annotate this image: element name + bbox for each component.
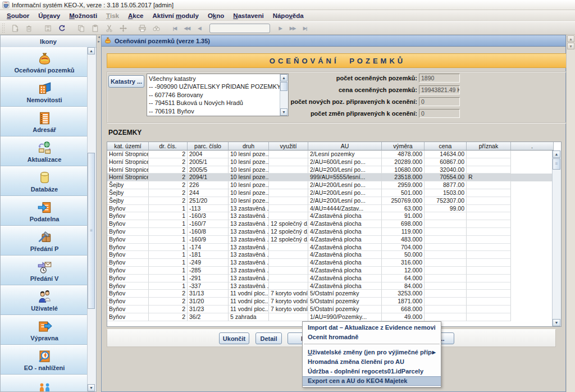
ukoncit-button[interactable]: Ukončit — [219, 332, 249, 344]
context-menu-item-u-ivatelsk-zm-ny-jen-pro-v-jime-n-p-pady[interactable]: Uživatelské změny (jen pro výjimečné pří… — [303, 348, 441, 357]
context-menu-item-ocenit-hromadn[interactable]: Ocenit hromadně — [303, 332, 441, 342]
table-cell: 250769.000 — [382, 197, 425, 205]
sidebar-item-item[interactable] — [1, 375, 88, 391]
detail-button[interactable]: Detail — [255, 332, 282, 344]
splitter-expand-icon[interactable]: ▸ — [97, 39, 101, 44]
menu-nastaveni[interactable]: Nastaveni — [229, 11, 268, 20]
desktop-scrollbar[interactable]: ▲ ▼ — [566, 35, 575, 392]
table-cell: Šejby — [107, 189, 149, 197]
refresh-icon[interactable] — [56, 22, 69, 34]
column-header-druh[interactable]: druh — [229, 142, 269, 151]
scroll-down-icon[interactable]: ▼ — [567, 43, 574, 49]
table-cell: Byňov — [107, 259, 149, 267]
scroll-up-icon[interactable]: ▲ — [553, 151, 560, 158]
table-row[interactable]: Horní Stropnice22005/110 lesní poze...2/… — [107, 158, 561, 166]
table-row[interactable]: Šejby222610 lesní poze...2/AU=200/Lesní … — [107, 181, 561, 189]
nav-first-icon[interactable]: |◀ — [169, 22, 180, 34]
column-header-cena[interactable]: cena — [425, 142, 467, 151]
sidebar-item-podatelna[interactable]: Podatelna — [1, 196, 88, 226]
table-scroll-thumb[interactable]: ≡ — [553, 158, 560, 170]
table-row[interactable]: Byňov1-160/713 zastavěná ...12 společný … — [107, 220, 561, 228]
sidebar-scrollbar[interactable]: ▲ ≡ ▼ — [87, 47, 95, 391]
table-row[interactable]: Horní Stropnice22005/510 lesní poze...2/… — [107, 166, 561, 174]
column-header-au[interactable]: AU — [308, 142, 382, 151]
record-number-input[interactable] — [209, 24, 270, 33]
splitter-collapse-icon[interactable]: ◂ — [97, 35, 101, 39]
menu-pravy[interactable]: Úpravy — [34, 11, 65, 20]
nav-last-icon[interactable]: ▶| — [299, 22, 311, 34]
column-header-parc-slo[interactable]: parc. číslo — [188, 142, 229, 151]
table-cell: 13 zastavěná ... — [229, 259, 269, 267]
sidebar-item-oce-ov-n-pozemk[interactable]: Oceňování pozemků — [1, 47, 88, 77]
menu-aktivn-moduly[interactable]: Aktivní moduly — [148, 11, 203, 20]
column-header-item[interactable]: . — [511, 142, 554, 151]
context-menu-item-export-cen-a-au-do-keo4-majetek[interactable]: Export cen a AU do KEO4 Majetek — [303, 376, 441, 386]
sidebar-item-u-ivatel[interactable]: Uživatelé — [1, 285, 88, 315]
table-cell: 2 — [149, 313, 188, 321]
scroll-down-icon[interactable]: ▼ — [553, 319, 560, 326]
table-cell: 84.000 — [382, 282, 425, 290]
column-header-v-m-ra[interactable]: výměra — [382, 142, 425, 151]
table-row[interactable]: Byňov231/2311 vodní ploc...7 koryto vodn… — [107, 306, 561, 313]
toolbar-drag-handle[interactable] — [2, 23, 6, 33]
table-cell — [467, 220, 511, 228]
table-row[interactable]: Byňov1-160/913 zastavěná ...12 společný … — [107, 236, 561, 244]
menu-n-pov-da[interactable]: Nápověda — [268, 11, 308, 20]
table-cell — [269, 244, 308, 252]
table-row[interactable]: Byňov1-160/813 zastavěná ...12 společný … — [107, 228, 561, 236]
nav-fast-prev-icon[interactable]: ◀◀ — [181, 22, 193, 34]
table-cell — [269, 259, 308, 267]
scroll-down-icon[interactable]: ▼ — [88, 384, 95, 391]
menu-soubor[interactable]: Soubor — [2, 11, 34, 20]
sidebar-scroll-thumb[interactable]: ≡ — [88, 153, 95, 309]
frame-titlebar[interactable]: Oceňování pozemků (verze 1.35) — [102, 35, 565, 47]
table-cell: 1 — [149, 205, 188, 213]
column-header-dr-s[interactable]: dr. čís. — [149, 142, 188, 151]
table-scrollbar[interactable]: ▲ ≡ ▼ — [552, 151, 561, 326]
table-cell: 11 vodní ploc... — [229, 290, 269, 298]
scroll-up-icon[interactable]: ▲ — [567, 35, 574, 42]
sidebar-item-p-ed-n-p[interactable]: Předání P — [1, 226, 88, 256]
menu-mo-nosti[interactable]: Možnosti — [65, 11, 102, 20]
sidebar-item-adres[interactable]: Adresář — [1, 107, 88, 136]
submenu-arrow-icon: ▶ — [432, 348, 436, 357]
context-menu-item-import-dat-aktualizace-z-evidence-nemovi[interactable]: Import dat – Aktualizace z Evidence nemo… — [303, 323, 441, 332]
menu-okno[interactable]: Okno — [203, 11, 229, 20]
column-header-kat-zem[interactable]: kat. území — [107, 142, 149, 151]
table-row[interactable]: Byňov1-160/313 zastavěná ...4/Zastavěná … — [107, 212, 561, 220]
table-row[interactable]: Byňov1-11313 zastavěná ...4/AU=4444/Zast… — [107, 205, 561, 213]
table-row[interactable]: Šejby224410 lesní poze...2/AU=200/Lesní … — [107, 189, 561, 197]
table-row[interactable]: Byňov1-17413 zastavěná ...4/Zastavěná pl… — [107, 244, 561, 252]
sidebar-item-eo-nahl-eni[interactable]: EO - nahlíženi — [1, 345, 88, 375]
table-row[interactable]: Byňov1-18113 zastavěná ...4/Zastavěná pl… — [107, 251, 561, 259]
sidebar-splitter[interactable]: ◂▸ — [97, 35, 101, 392]
sidebar-item-datab-ze[interactable]: Databáze — [1, 166, 88, 196]
column-header-p-znak[interactable]: příznak — [467, 142, 511, 151]
table-row[interactable]: Byňov236/25 zahrada1/AU=990/Pozemky...49… — [107, 313, 561, 321]
context-menu-item-hromadn-zm-na-len-n-pro-au[interactable]: Hromadná změna členění pro AU — [303, 357, 441, 367]
context-menu-item-dr-ba-dopln-n-regocets01-idparcely[interactable]: Údržba - doplnění regocets01.idParcely — [303, 367, 441, 376]
nav-prev-icon[interactable]: ◀ — [194, 22, 205, 34]
table-row[interactable]: Šejby2251/2010 lesní poze...2/AU=200/Les… — [107, 197, 561, 205]
sidebar-item-nemovitosti[interactable]: Nemovitosti — [1, 77, 88, 107]
table-cell: 483.000 — [382, 236, 425, 244]
menu-akce[interactable]: Akce — [124, 11, 148, 20]
table-row[interactable]: Byňov1-33713 zastavěná ...4/Zastavěná pl… — [107, 282, 561, 290]
table-row[interactable]: Byňov1-29113 zastavěná ...4/Zastavěná pl… — [107, 275, 561, 282]
nav-fast-next-icon[interactable]: ▶▶ — [287, 22, 298, 34]
sidebar-item-aktualizace[interactable]: Aktualizace — [1, 136, 88, 166]
table-cell: 31/23 — [188, 306, 229, 313]
table-row[interactable]: Horní Stropnice22094/110 lesní poze...99… — [107, 174, 561, 181]
sidebar-item-v-pravna[interactable]: Výpravna — [1, 315, 88, 345]
scroll-up-icon[interactable]: ▲ — [88, 47, 95, 54]
table-row[interactable]: Horní Stropnice2200410 lesní poze...2/Le… — [107, 151, 561, 158]
table-row[interactable]: Byňov231/2011 vodní ploc...7 koryto vodn… — [107, 298, 561, 306]
nav-next-icon[interactable]: ▶ — [275, 22, 286, 34]
table-row[interactable]: Byňov1-28513 zastavěná ...4/Zastavěná pl… — [107, 267, 561, 275]
sidebar-item-p-ed-n-v[interactable]: Předání V — [1, 256, 88, 285]
table-row[interactable]: Byňov1-24913 zastavěná ...4/Zastavěná pl… — [107, 259, 561, 267]
katastry-button[interactable]: Katastry ... — [108, 75, 144, 88]
table-row[interactable]: Byňov231/1311 vodní ploc...7 koryto vodn… — [107, 290, 561, 298]
table-cell: 13 zastavěná ... — [229, 244, 269, 252]
column-header-vyu-it[interactable]: využití — [269, 142, 308, 151]
